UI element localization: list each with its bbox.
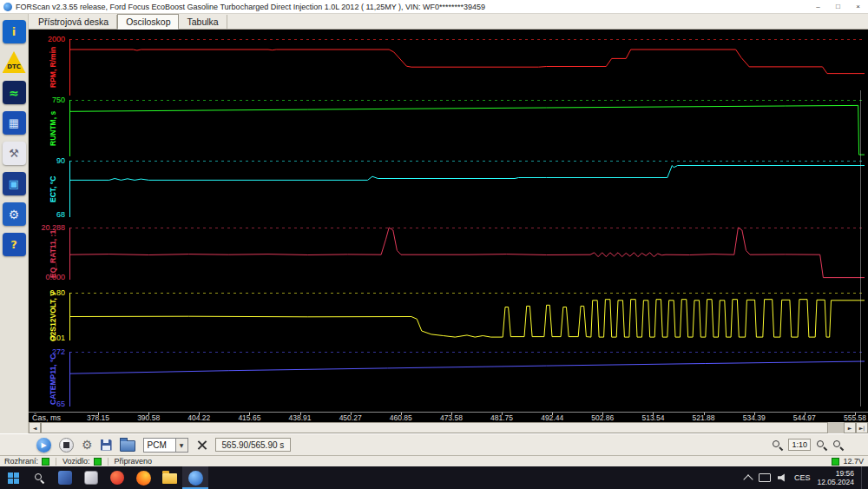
open-record-icon[interactable] xyxy=(120,440,135,452)
vehicle-info-icon[interactable]: i xyxy=(3,20,26,43)
battery-status-indicator xyxy=(832,458,839,466)
max-value-rpm: 2000 xyxy=(29,36,65,43)
service-icon[interactable]: ⚒ xyxy=(3,142,26,165)
scope-plot[interactable] xyxy=(69,38,865,412)
firefox-icon xyxy=(136,471,151,486)
scope-settings-gear-icon[interactable]: ⚙ xyxy=(82,439,93,451)
scroll-right-arrow[interactable]: ► xyxy=(844,422,856,433)
clear-plot-icon[interactable] xyxy=(196,439,207,451)
play-button[interactable]: ▶ xyxy=(36,438,51,453)
max-value-runtm: 750 xyxy=(29,96,65,104)
stop-button[interactable] xyxy=(59,438,74,453)
time-tick: 534.39 xyxy=(735,413,773,422)
configuration-icon[interactable]: ▣ xyxy=(3,172,26,195)
forscan-icon xyxy=(188,471,203,486)
vehicle-label: Vozidlo: xyxy=(62,457,90,466)
time-tick: 544.97 xyxy=(786,413,824,422)
oscilloscope-icon[interactable]: ≈ xyxy=(3,81,26,104)
channel-name-catemp11: CATEMP11, °C xyxy=(48,352,58,406)
dtc-icon[interactable]: DTC xyxy=(3,50,26,74)
zoom-fit-icon[interactable] xyxy=(832,439,844,451)
zoom-controls: 1:10 xyxy=(772,439,868,451)
channel-name-o2s12volt: O2S12VOLT, V xyxy=(48,293,58,340)
channel-name-ect: ECT, °C xyxy=(48,161,58,217)
close-button[interactable]: × xyxy=(848,0,868,13)
taskbar-apps xyxy=(52,466,208,489)
vehicle-status-indicator xyxy=(94,458,102,466)
time-axis-label: Čas, ms xyxy=(32,413,61,422)
language-indicator[interactable]: CES xyxy=(794,473,811,482)
statusbar-divider xyxy=(56,458,56,466)
taskbar-app-app-window-2[interactable] xyxy=(78,466,104,489)
windows-taskbar: CES 19:56 12.05.2024 xyxy=(0,466,868,489)
status-bar: Rozhraní: Vozidlo: Připraveno 12.7V xyxy=(0,455,868,466)
trace-rpm xyxy=(69,50,865,74)
zoom-in-icon[interactable] xyxy=(816,439,827,451)
ready-status: Připraveno xyxy=(115,457,153,466)
time-tick: 502.86 xyxy=(583,413,621,422)
tab-dashboard[interactable]: Přístrojová deska xyxy=(30,15,117,29)
clock-date: 12.05.2024 xyxy=(817,478,854,486)
taskbar-app-file-explorer[interactable] xyxy=(156,466,182,489)
time-tick: 378.15 xyxy=(79,413,117,422)
taskbar-app-app-window-1[interactable] xyxy=(52,466,78,489)
zoom-out-icon[interactable] xyxy=(772,439,783,451)
window-controls: – □ × xyxy=(808,0,868,13)
windows-logo-icon xyxy=(8,472,19,484)
app-window-3-icon xyxy=(110,471,124,485)
tray-volume-icon[interactable] xyxy=(778,473,787,482)
settings-icon[interactable]: ⚙ xyxy=(3,202,26,226)
taskbar-search-button[interactable] xyxy=(26,466,52,489)
tab-table[interactable]: Tabulka xyxy=(179,15,227,29)
search-icon xyxy=(34,472,45,484)
forscan-window: FORScan v2.3.55 release, Ford Focus EcoB… xyxy=(0,0,868,489)
scope-toolbar: ▶ ⚙ PCM ▼ 565.90/565.90 s 1:10 xyxy=(0,433,868,455)
titlebar: FORScan v2.3.55 release, Ford Focus EcoB… xyxy=(0,0,868,14)
trace-ect xyxy=(69,166,865,181)
time-tick: 492.44 xyxy=(533,413,571,422)
module-select-value: PCM xyxy=(144,440,175,450)
module-select[interactable]: PCM ▼ xyxy=(143,438,188,453)
time-tick: 473.58 xyxy=(432,413,470,422)
tab-oscilloscope[interactable]: Osciloskop xyxy=(117,14,179,30)
scrollbar-thumb[interactable] xyxy=(41,422,828,433)
datalogger-icon[interactable]: ▦ xyxy=(3,111,26,135)
time-tick: 390.58 xyxy=(129,413,168,422)
scroll-end-arrow[interactable]: ►| xyxy=(856,422,868,433)
time-tick: 450.27 xyxy=(332,413,370,422)
save-record-icon[interactable] xyxy=(101,439,112,451)
taskbar-app-firefox[interactable] xyxy=(130,466,156,489)
taskbar-app-forscan[interactable] xyxy=(182,466,208,489)
min-value-o2s12volt: 0.01 xyxy=(29,334,65,342)
tray-chevron-up-icon[interactable] xyxy=(743,474,753,484)
forscan-logo-icon xyxy=(3,3,12,11)
time-axis: Čas, ms 378.15390.58404.22415.65438.9145… xyxy=(29,412,868,422)
tray-display-icon[interactable] xyxy=(759,473,771,482)
time-tick: 415.65 xyxy=(230,413,268,422)
maximize-button[interactable]: □ xyxy=(828,0,848,13)
taskbar-app-app-window-3[interactable] xyxy=(104,466,130,489)
trace-eq_rat11 xyxy=(69,228,865,278)
min-value-ect: 68 xyxy=(29,211,65,219)
chevron-down-icon[interactable]: ▼ xyxy=(175,439,187,452)
max-value-eq_rat11: 20.288 xyxy=(29,224,65,232)
trace-runtm xyxy=(69,105,865,155)
start-button[interactable] xyxy=(0,466,26,489)
statusbar-divider xyxy=(108,458,108,466)
taskbar-clock[interactable]: 19:56 12.05.2024 xyxy=(817,469,854,486)
min-value-catemp11: 65 xyxy=(29,400,65,408)
show-desktop-button[interactable] xyxy=(861,466,865,489)
channel-name-eq_rat11: EQ_RAT11, :1 xyxy=(48,228,58,280)
battery-voltage: 12.7V xyxy=(843,457,864,466)
help-icon[interactable]: ? xyxy=(3,233,26,256)
channel-name-rpm: RPM, R/min xyxy=(48,39,58,96)
scrollbar-track[interactable] xyxy=(41,422,844,433)
time-tick: 521.88 xyxy=(685,413,723,422)
time-tick: 481.75 xyxy=(483,413,521,422)
horizontal-scrollbar[interactable]: ◄ ► ►| xyxy=(29,422,868,433)
interface-label: Rozhraní: xyxy=(4,457,38,466)
scroll-left-arrow[interactable]: ◄ xyxy=(29,422,41,433)
sidebar-menu: iDTC≈▦⚒▣⚙? xyxy=(0,14,29,433)
minimize-button[interactable]: – xyxy=(808,0,828,13)
app-window-1-icon xyxy=(58,471,72,485)
